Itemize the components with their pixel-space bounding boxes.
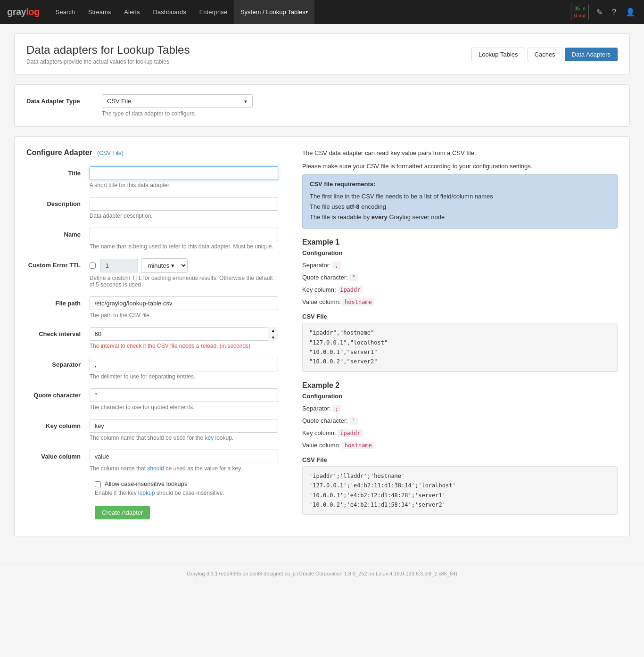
- example1-valcol: Value column: hostname: [302, 296, 618, 308]
- interval-field-content: ▲ ▼ The interval to check if the CSV fil…: [90, 327, 278, 349]
- configure-right: The CSV data adapter can read key value …: [302, 148, 618, 524]
- case-insensitive-group: Allow case-insensitive lookups Enable if…: [95, 480, 283, 496]
- create-adapter-button[interactable]: Create Adapter: [95, 506, 150, 519]
- configure-section: Configure Adapter (CSV File) Title A sho…: [14, 136, 630, 536]
- valcol-field-group: Value column The column name that should…: [26, 450, 283, 472]
- filepath-field-content: The path to the CSV file.: [90, 296, 278, 319]
- ttl-field-help: Define a custom TTL for caching erroneou…: [90, 275, 278, 288]
- nav-link-dashboards[interactable]: Dashboards: [147, 0, 193, 24]
- title-field-group: Title A short title for this data adapte…: [26, 166, 283, 189]
- description-input[interactable]: [90, 197, 278, 211]
- ttl-field-content: minutes ▾ Define a custom TTL for cachin…: [90, 258, 278, 288]
- title-input[interactable]: [90, 166, 278, 180]
- example2-config-title: Configuration: [302, 393, 618, 400]
- user-icon[interactable]: 👤: [624, 6, 637, 18]
- interval-down-button[interactable]: ▼: [268, 334, 278, 341]
- example1-csv-title: CSV File: [302, 313, 618, 320]
- create-btn-wrapper: Create Adapter: [95, 506, 283, 519]
- lookup-tables-button[interactable]: Lookup Tables: [471, 48, 525, 61]
- case-insensitive-row: Allow case-insensitive lookups: [95, 480, 283, 487]
- page-subtitle: Data adapters provide the actual values …: [26, 58, 190, 65]
- page-container: Data adapters for Lookup Tables Data ada…: [0, 24, 644, 555]
- nav-link-streams[interactable]: Streams: [82, 0, 117, 24]
- description-field-label: Description: [26, 197, 88, 207]
- nav-item-dashboards[interactable]: Dashboards: [147, 0, 193, 24]
- quote-field-help: The character to use for quoted elements…: [90, 404, 278, 411]
- page-header-left: Data adapters for Lookup Tables Data ada…: [26, 43, 190, 65]
- footer-text: Graylog 3.3.1+e2d4365 on cenl8 designet.…: [187, 571, 457, 576]
- example1-separator: Separator: ,: [302, 259, 618, 271]
- interval-input[interactable]: [90, 327, 278, 341]
- edit-icon[interactable]: ✎: [594, 6, 604, 18]
- valcol-input[interactable]: [90, 450, 278, 463]
- data-adapters-button[interactable]: Data Adapters: [565, 48, 618, 61]
- separator-field-group: Separator The delimiter to use for separ…: [26, 358, 283, 380]
- caches-button[interactable]: Caches: [528, 48, 562, 61]
- example1-section: Example 1 Configuration Separator: , Quo…: [302, 238, 618, 372]
- keycol-field-content: The column name that should be used for …: [90, 419, 278, 441]
- brand-logo[interactable]: graylog: [7, 7, 40, 17]
- help-icon[interactable]: ?: [610, 6, 618, 18]
- adapter-type-select-wrapper: CSV File ▼: [102, 94, 253, 108]
- quote-input[interactable]: [90, 388, 278, 402]
- title-field-help: A short title for this data adapter.: [90, 182, 278, 189]
- interval-spinner-buttons: ▲ ▼: [268, 327, 278, 341]
- nav-item-alerts[interactable]: Alerts: [117, 0, 146, 24]
- keycol-field-help: The column name that should be used for …: [90, 435, 278, 441]
- example2-section: Example 2 Configuration Separator: ; Quo…: [302, 381, 618, 515]
- nav-item-enterprise[interactable]: Enterprise: [193, 0, 234, 24]
- adapter-type-label: Data Adapter Type: [26, 94, 92, 105]
- nav-item-system[interactable]: System / Lookup Tables: [234, 0, 314, 24]
- ttl-checkbox[interactable]: [90, 263, 96, 269]
- valcol-field-content: The column name that should be used as t…: [90, 450, 278, 472]
- header-buttons: Lookup Tables Caches Data Adapters: [471, 48, 618, 61]
- nav-item-search[interactable]: Search: [49, 0, 82, 24]
- interval-up-button[interactable]: ▲: [268, 327, 278, 334]
- nav-link-alerts[interactable]: Alerts: [117, 0, 146, 24]
- separator-field-label: Separator: [26, 358, 88, 368]
- info-box-content: The first line in the CSV file needs to …: [310, 191, 610, 222]
- filepath-field-label: File path: [26, 296, 88, 307]
- filepath-input[interactable]: [90, 296, 278, 310]
- case-insensitive-link[interactable]: lookup: [138, 490, 155, 496]
- nav-link-system[interactable]: System / Lookup Tables: [234, 0, 314, 24]
- valcol-help-link[interactable]: should: [147, 465, 164, 472]
- example2-config-list: Separator: ; Quote character: ' Key colu…: [302, 402, 618, 452]
- configure-left: Configure Adapter (CSV File) Title A sho…: [26, 148, 283, 524]
- name-field-help: The name that is being used to refer to …: [90, 243, 278, 250]
- example2-title: Example 2: [302, 381, 618, 390]
- nav-link-search[interactable]: Search: [49, 0, 82, 24]
- brand-log: log: [26, 7, 40, 17]
- example1-config-title: Configuration: [302, 249, 618, 256]
- navbar: graylog Search Streams Alerts Dashboards…: [0, 0, 644, 24]
- case-insensitive-checkbox[interactable]: [95, 481, 101, 487]
- brand-gray: gray: [7, 7, 26, 17]
- ttl-unit-select[interactable]: minutes ▾: [141, 258, 188, 273]
- name-field-content: The name that is being used to refer to …: [90, 228, 278, 250]
- name-field-label: Name: [26, 228, 88, 238]
- ttl-field-label: Custom Error TTL: [26, 258, 88, 269]
- keycol-input[interactable]: [90, 419, 278, 433]
- nav-item-streams[interactable]: Streams: [82, 0, 117, 24]
- quote-field-group: Quote character The character to use for…: [26, 388, 283, 411]
- example1-quote: Quote character: ": [302, 271, 618, 284]
- adapter-type-select[interactable]: CSV File: [102, 94, 253, 108]
- ttl-number-input[interactable]: [100, 259, 138, 272]
- csv-requirements-box: CSV file requirements: The first line in…: [302, 174, 618, 229]
- page-header: Data adapters for Lookup Tables Data ada…: [14, 33, 630, 75]
- quote-field-content: The character to use for quoted elements…: [90, 388, 278, 411]
- separator-input[interactable]: [90, 358, 278, 371]
- nav-link-enterprise[interactable]: Enterprise: [193, 0, 234, 24]
- adapter-type-control: CSV File ▼ The type of data adapter to c…: [102, 94, 618, 117]
- valcol-field-label: Value column: [26, 450, 88, 460]
- example2-valcol: Value column: hostname: [302, 439, 618, 452]
- filepath-field-group: File path The path to the CSV file.: [26, 296, 283, 319]
- configure-csv-label: (CSV File): [97, 150, 123, 156]
- interval-spinner-wrapper: ▲ ▼: [90, 327, 278, 341]
- name-input[interactable]: [90, 228, 278, 241]
- case-insensitive-label: Allow case-insensitive lookups: [105, 480, 188, 487]
- interval-field-help: The interval to check if the CSV file ne…: [90, 343, 278, 349]
- adapter-type-form-group: Data Adapter Type CSV File ▼ The type of…: [26, 94, 618, 117]
- keycol-help-link[interactable]: key: [205, 435, 214, 441]
- page-footer: Graylog 3.3.1+e2d4365 on cenl8 designet.…: [0, 565, 644, 582]
